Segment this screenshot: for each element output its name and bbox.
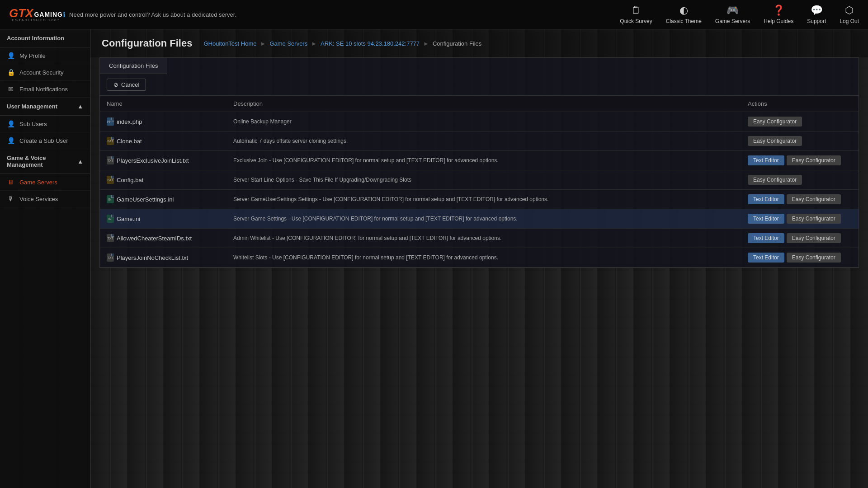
table-row: INI Game.ini Server Game Settings - Use … [100, 209, 859, 229]
sidebar-item-create-sub-user[interactable]: 👤 Create a Sub User [0, 132, 90, 149]
easy-configurator-button[interactable]: Easy Configurator [748, 175, 802, 185]
breadcrumb-home[interactable]: GHoultonTest Home [203, 40, 256, 47]
nav-game-servers-label: Game Servers [715, 18, 750, 24]
easy-configurator-button[interactable]: Easy Configurator [787, 214, 841, 224]
table-row: INI GameUserSettings.ini Server GameUser… [100, 190, 859, 209]
file-description: Online Backup Manager [226, 112, 741, 131]
file-type-badge: TXT [107, 156, 114, 164]
easy-configurator-button[interactable]: Easy Configurator [787, 155, 841, 165]
chevron-up-icon: ▲ [77, 103, 83, 110]
file-name: GameUserSettings.ini [117, 196, 174, 203]
breadcrumb-sep-1: ► [260, 40, 266, 47]
sidebar-my-profile-label: My Profile [19, 52, 46, 59]
easy-configurator-button[interactable]: Easy Configurator [748, 117, 802, 127]
nav-log-out[interactable]: ⬡ Log Out [840, 5, 859, 24]
sidebar-create-sub-user-label: Create a Sub User [19, 137, 68, 144]
quick-survey-icon: 🗒 [631, 5, 641, 16]
cancel-icon: ⊘ [113, 81, 118, 88]
nav-quick-survey-label: Quick Survey [620, 18, 652, 24]
file-name-cell: BAT Config.bat [100, 170, 226, 190]
file-actions: Easy Configurator [741, 170, 859, 190]
easy-configurator-button[interactable]: Easy Configurator [748, 136, 802, 146]
file-description: Exclusive Join - Use [CONFIGURATION EDIT… [226, 151, 741, 170]
file-type-badge: PHP [107, 117, 114, 126]
info-bar: ℹ Need more power and control? Ask us ab… [63, 10, 620, 19]
table-row: PHP index.php Online Backup ManagerEasy … [100, 112, 859, 131]
file-actions: Easy Configurator [741, 131, 859, 151]
easy-configurator-button[interactable]: Easy Configurator [787, 233, 841, 243]
sidebar-item-email-notifications[interactable]: ✉ Email Notifications [0, 81, 90, 98]
voice-services-icon: 🎙 [7, 195, 15, 202]
logo[interactable]: GTX GAMING ESTABLISHED 2007 [9, 7, 63, 22]
log-out-icon: ⬡ [845, 5, 854, 16]
nav-help-guides[interactable]: ❓ Help Guides [764, 5, 793, 24]
file-description: Automatic 7 days offsite server cloning … [226, 131, 741, 151]
file-name: Clone.bat [117, 138, 142, 145]
sidebar-item-my-profile[interactable]: 👤 My Profile [0, 47, 90, 64]
file-type-badge: BAT [107, 137, 114, 145]
table-row: BAT Config.bat Server Start Line Options… [100, 170, 859, 190]
breadcrumb-sep-2: ► [311, 40, 317, 47]
logo-established: ESTABLISHED 2007 [12, 18, 60, 22]
file-name: AllowedCheaterSteamIDs.txt [117, 235, 192, 242]
sidebar-section-game-voice[interactable]: Game & Voice Management ▲ [0, 149, 90, 174]
sidebar-voice-services-label: Voice Services [19, 196, 58, 202]
nav-support-label: Support [807, 18, 826, 24]
sidebar-section-user-management[interactable]: User Management ▲ [0, 98, 90, 116]
sidebar: Account Information 👤 My Profile 🔒 Accou… [0, 29, 90, 488]
game-servers-icon: 🎮 [726, 5, 739, 16]
file-description: Admin Whitelist - Use [CONFIGURATION EDI… [226, 229, 741, 248]
table-row: BAT Clone.bat Automatic 7 days offsite s… [100, 131, 859, 151]
account-security-icon: 🔒 [7, 69, 15, 76]
file-name-cell: BAT Clone.bat [100, 131, 226, 151]
panel-actions: ⊘ Cancel [100, 74, 859, 96]
sidebar-item-sub-users[interactable]: 👤 Sub Users [0, 116, 90, 132]
breadcrumb-server[interactable]: ARK: SE 10 slots 94.23.180.242:7777 [321, 40, 420, 47]
file-name-cell: TXT PlayersExclusiveJoinList.txt [100, 151, 226, 170]
file-type-badge: INI [107, 195, 114, 203]
sidebar-section-account: Account Information [0, 29, 90, 47]
easy-configurator-button[interactable]: Easy Configurator [787, 194, 841, 204]
header: GTX GAMING ESTABLISHED 2007 ℹ Need more … [0, 0, 868, 29]
nav-classic-theme[interactable]: ◐ Classic Theme [666, 5, 702, 24]
file-type-badge: TXT [107, 234, 114, 242]
email-notifications-icon: ✉ [7, 85, 15, 93]
text-editor-button[interactable]: Text Editor [748, 214, 784, 224]
sidebar-account-security-label: Account Security [19, 69, 64, 76]
file-description: Server GameUserSettings Settings - Use [… [226, 190, 741, 209]
file-name: PlayersExclusiveJoinList.txt [117, 157, 189, 164]
sidebar-item-account-security[interactable]: 🔒 Account Security [0, 64, 90, 81]
breadcrumb-game-servers[interactable]: Game Servers [269, 40, 307, 47]
file-actions: Text EditorEasy Configurator [741, 248, 859, 267]
text-editor-button[interactable]: Text Editor [748, 194, 784, 204]
file-type-badge: TXT [107, 253, 114, 262]
panel-tab[interactable]: Configuration Files [100, 58, 167, 74]
file-name-cell: INI GameUserSettings.ini [100, 190, 226, 209]
file-name-cell: TXT PlayersJoinNoCheckList.txt [100, 248, 226, 267]
cancel-button[interactable]: ⊘ Cancel [107, 79, 146, 91]
text-editor-button[interactable]: Text Editor [748, 253, 784, 263]
game-servers-sidebar-icon: 🖥 [7, 178, 15, 186]
create-sub-user-icon: 👤 [7, 137, 15, 144]
sidebar-email-notifications-label: Email Notifications [19, 86, 68, 93]
nav-game-servers[interactable]: 🎮 Game Servers [715, 5, 750, 24]
sidebar-item-game-servers[interactable]: 🖥 Game Servers [0, 174, 90, 191]
main-content: Configuration Files GHoultonTest Home ► … [90, 29, 868, 488]
nav-support[interactable]: 💬 Support [807, 5, 826, 24]
file-actions: Easy Configurator [741, 112, 859, 131]
file-type-badge: BAT [107, 176, 114, 184]
col-description: Description [226, 96, 741, 112]
text-editor-button[interactable]: Text Editor [748, 233, 784, 243]
help-guides-icon: ❓ [773, 5, 785, 16]
file-name: Config.bat [117, 177, 143, 183]
file-actions: Text EditorEasy Configurator [741, 209, 859, 229]
nav-quick-survey[interactable]: 🗒 Quick Survey [620, 5, 652, 24]
file-name-cell: INI Game.ini [100, 209, 226, 229]
sidebar-item-voice-services[interactable]: 🎙 Voice Services [0, 191, 90, 207]
col-actions: Actions [741, 96, 859, 112]
file-name: index.php [117, 118, 142, 125]
text-editor-button[interactable]: Text Editor [748, 155, 784, 165]
file-actions: Text EditorEasy Configurator [741, 151, 859, 170]
my-profile-icon: 👤 [7, 52, 15, 59]
easy-configurator-button[interactable]: Easy Configurator [787, 253, 841, 263]
